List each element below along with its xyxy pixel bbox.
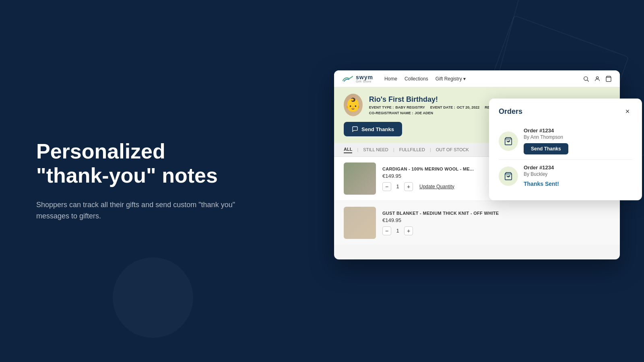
- nav-collections[interactable]: Collections: [405, 76, 428, 82]
- product-image: [344, 162, 376, 195]
- order-icon: [499, 167, 518, 186]
- bg-circle: [113, 257, 193, 338]
- logo-text-area: swym Gift Store: [356, 74, 373, 83]
- update-quantity-link[interactable]: Update Quantity: [419, 184, 454, 189]
- event-date-label: EVENT DATE :: [430, 105, 455, 109]
- order-details: Order #1234 By Ann Thompson Send Thanks: [524, 128, 632, 154]
- event-type-label: EVENT TYPE :: [369, 105, 394, 109]
- logo-area: swym Gift Store: [342, 74, 373, 83]
- search-icon[interactable]: [583, 76, 589, 82]
- send-thanks-label: Send Thanks: [361, 126, 394, 132]
- tab-still-need[interactable]: STILL NEED: [363, 146, 388, 153]
- table-row: GUST BLANKET - MEDIUM THICK KNIT - OFF W…: [334, 201, 620, 245]
- order-details: Order #1234 By Buckley Thanks Sent!: [524, 165, 632, 187]
- avatar: [344, 94, 363, 116]
- product-image: [344, 207, 376, 239]
- co-registrant-value: JOE ADEN: [415, 111, 433, 115]
- modal-header: Orders ×: [499, 107, 632, 116]
- order-icon: [499, 132, 518, 151]
- order-send-thanks-button[interactable]: Send Thanks: [524, 143, 568, 154]
- event-date-value: OCT 20, 2022: [457, 105, 480, 109]
- quantity-increase[interactable]: +: [404, 226, 413, 235]
- quantity-increase[interactable]: +: [404, 182, 413, 191]
- quantity-decrease[interactable]: −: [382, 226, 391, 235]
- svg-point-2: [596, 76, 598, 78]
- nav-gift-registry[interactable]: Gift Registry ▾: [436, 76, 466, 82]
- quantity-decrease[interactable]: −: [382, 182, 391, 191]
- product-name: GUST BLANKET - MEDIUM THICK KNIT - OFF W…: [382, 211, 610, 216]
- user-icon[interactable]: [594, 76, 601, 82]
- bag-icon: [504, 172, 513, 181]
- message-icon: [352, 126, 358, 132]
- nav-home[interactable]: Home: [384, 76, 397, 82]
- headline: Personalized "thank-you" notes: [36, 140, 237, 188]
- quantity-control: − 1 +: [382, 226, 610, 235]
- svg-line-1: [587, 80, 589, 82]
- close-icon[interactable]: ×: [623, 107, 632, 116]
- list-item: Order #1234 By Buckley Thanks Sent!: [499, 159, 632, 192]
- description: Shoppers can track all their gifts and s…: [36, 199, 237, 222]
- order-number: Order #1234: [524, 165, 632, 171]
- thanks-sent-label: Thanks Sent!: [524, 181, 559, 187]
- order-by: By Ann Thompson: [524, 134, 632, 140]
- svg-point-0: [584, 76, 588, 80]
- nav-links: Home Collections Gift Registry ▾: [384, 76, 583, 82]
- tab-fullfilled[interactable]: FULLFILLED: [399, 146, 425, 153]
- nav-bar: swym Gift Store Home Collections Gift Re…: [334, 70, 620, 87]
- list-item: Order #1234 By Ann Thompson Send Thanks: [499, 123, 632, 159]
- quantity-value: 1: [394, 183, 401, 189]
- order-number: Order #1234: [524, 128, 632, 134]
- bag-icon: [504, 137, 513, 146]
- quantity-value: 1: [394, 228, 401, 234]
- cart-icon[interactable]: [605, 76, 612, 82]
- product-info: GUST BLANKET - MEDIUM THICK KNIT - OFF W…: [382, 211, 610, 235]
- logo-name: swym: [356, 74, 373, 80]
- order-by: By Buckley: [524, 171, 632, 177]
- nav-icons: [583, 76, 612, 82]
- send-thanks-button[interactable]: Send Thanks: [344, 122, 402, 136]
- tab-all[interactable]: ALL: [344, 146, 352, 153]
- orders-modal: Orders × Order #1234 By Ann Thompson Sen…: [489, 99, 642, 200]
- modal-title: Orders: [499, 107, 522, 116]
- tab-out-of-stock[interactable]: OUT OF STOCK: [436, 146, 469, 153]
- co-registrant-label: CO-REGISTRANT NAME :: [369, 111, 413, 115]
- order-send-thanks-label: Send Thanks: [531, 146, 561, 152]
- left-content-area: Personalized "thank-you" notes Shoppers …: [36, 140, 237, 222]
- event-type-value: BABY REGISTRY: [395, 105, 425, 109]
- logo-subtitle: Gift Store: [356, 80, 373, 83]
- product-price: €149.95: [382, 217, 610, 223]
- swym-logo-icon: [342, 75, 353, 82]
